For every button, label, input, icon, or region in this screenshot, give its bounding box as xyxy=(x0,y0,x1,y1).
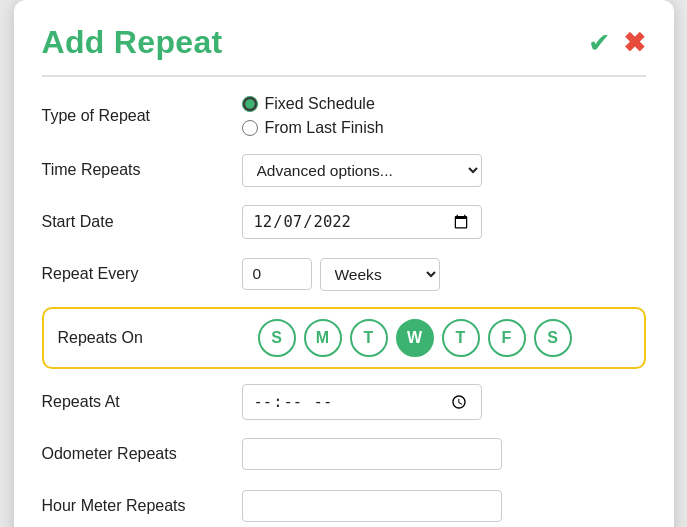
repeats-at-control xyxy=(242,384,646,420)
repeat-every-label: Repeat Every xyxy=(42,265,242,283)
day-wednesday[interactable]: W xyxy=(396,319,434,357)
cancel-button[interactable]: ✖ xyxy=(623,27,646,59)
type-of-repeat-label: Type of Repeat xyxy=(42,107,242,125)
time-repeats-label: Time Repeats xyxy=(42,161,242,179)
time-repeats-select[interactable]: Advanced options... Daily Weekly Monthly xyxy=(242,154,482,187)
day-monday[interactable]: M xyxy=(304,319,342,357)
hour-meter-repeats-row: Hour Meter Repeats xyxy=(42,487,646,525)
day-saturday[interactable]: S xyxy=(534,319,572,357)
day-sunday[interactable]: S xyxy=(258,319,296,357)
repeats-at-row: Repeats At xyxy=(42,383,646,421)
day-circles: S M T W T F S xyxy=(258,319,572,357)
from-last-finish-option[interactable]: From Last Finish xyxy=(242,119,384,137)
odometer-repeats-row: Odometer Repeats xyxy=(42,435,646,473)
time-repeats-row: Time Repeats Advanced options... Daily W… xyxy=(42,151,646,189)
hour-meter-repeats-control xyxy=(242,490,646,522)
add-repeat-dialog: Add Repeat ✔ ✖ Type of Repeat Fixed Sche… xyxy=(14,0,674,527)
repeat-every-input[interactable] xyxy=(242,258,312,290)
repeats-at-input[interactable] xyxy=(242,384,482,420)
odometer-repeats-input[interactable] xyxy=(242,438,502,470)
repeat-every-unit-select[interactable]: Days Weeks Months Years xyxy=(320,258,440,291)
from-last-finish-radio[interactable] xyxy=(242,120,258,136)
type-of-repeat-control: Fixed Schedule From Last Finish xyxy=(242,95,646,137)
type-radio-group: Fixed Schedule From Last Finish xyxy=(242,95,384,137)
dialog-header: Add Repeat ✔ ✖ xyxy=(42,24,646,77)
dialog-title: Add Repeat xyxy=(42,24,223,61)
start-date-label: Start Date xyxy=(42,213,242,231)
start-date-row: Start Date xyxy=(42,203,646,241)
repeats-on-row: Repeats On S M T W T F S xyxy=(42,307,646,369)
confirm-button[interactable]: ✔ xyxy=(588,27,611,59)
repeat-every-control: Days Weeks Months Years xyxy=(242,258,646,291)
fixed-schedule-option[interactable]: Fixed Schedule xyxy=(242,95,384,113)
day-thursday[interactable]: T xyxy=(442,319,480,357)
day-friday[interactable]: F xyxy=(488,319,526,357)
from-last-finish-label: From Last Finish xyxy=(265,119,384,137)
start-date-control xyxy=(242,205,646,239)
fixed-schedule-label: Fixed Schedule xyxy=(265,95,375,113)
hour-meter-repeats-label: Hour Meter Repeats xyxy=(42,497,242,515)
repeat-every-row: Repeat Every Days Weeks Months Years xyxy=(42,255,646,293)
odometer-repeats-control xyxy=(242,438,646,470)
start-date-input[interactable] xyxy=(242,205,482,239)
repeats-on-label: Repeats On xyxy=(58,329,258,347)
repeats-at-label: Repeats At xyxy=(42,393,242,411)
odometer-repeats-label: Odometer Repeats xyxy=(42,445,242,463)
fixed-schedule-radio[interactable] xyxy=(242,96,258,112)
day-tuesday[interactable]: T xyxy=(350,319,388,357)
header-actions: ✔ ✖ xyxy=(588,27,646,59)
time-repeats-control: Advanced options... Daily Weekly Monthly xyxy=(242,154,646,187)
type-of-repeat-row: Type of Repeat Fixed Schedule From Last … xyxy=(42,95,646,137)
hour-meter-repeats-input[interactable] xyxy=(242,490,502,522)
